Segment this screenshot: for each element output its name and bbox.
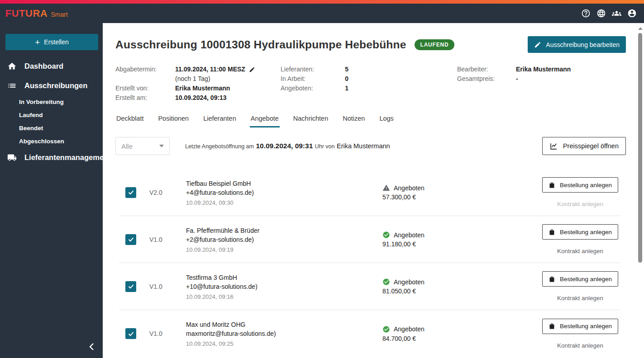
offer-checkbox[interactable] xyxy=(125,281,136,292)
tab-deckblatt[interactable]: Deckblatt xyxy=(115,115,144,127)
suppliers-count-label: Lieferanten: xyxy=(281,65,345,74)
create-button[interactable]: + Erstellen xyxy=(5,34,98,50)
last-opening-middle: Uhr von xyxy=(315,143,335,150)
offer-status-text: Angeboten xyxy=(394,325,425,333)
tab-logs[interactable]: Logs xyxy=(378,115,394,127)
language-globe-icon[interactable] xyxy=(596,9,606,18)
sidebar-collapse-button[interactable] xyxy=(86,341,97,353)
brand-gradient-stripe xyxy=(0,0,644,4)
users-group-icon[interactable] xyxy=(612,9,621,18)
total-price-label: Gesamtpreis: xyxy=(457,74,516,84)
offer-row: V2.0 Tiefbau Beispiel GmbH +4@futura-sol… xyxy=(119,169,620,216)
offered-label: Angeboten: xyxy=(281,84,345,93)
tab-positionen[interactable]: Positionen xyxy=(157,115,190,127)
supplier-name: Testfirma 3 GmbH xyxy=(186,273,382,282)
offer-checkbox[interactable] xyxy=(125,328,136,339)
offer-amount: 84.700,00 € xyxy=(382,335,487,342)
home-icon xyxy=(7,61,17,71)
supplier-email: +10@futura-solutions.de) xyxy=(186,282,382,291)
supplier-email: maxmoritz@futura-solutions.de) xyxy=(186,329,382,338)
created-at-value: 10.09.2024, 09:13 xyxy=(175,93,281,103)
status-badge: LAUFEND xyxy=(415,39,455,50)
chevron-down-icon xyxy=(159,145,164,147)
create-contract-link[interactable]: Kontrakt anlegen xyxy=(557,248,603,254)
offer-version: V2.0 xyxy=(149,189,186,196)
sidebar-subitem-beendet[interactable]: Beendet xyxy=(0,122,103,135)
top-bar: FUTURA Smart xyxy=(0,0,644,23)
offer-amount: 57.300,00 € xyxy=(382,193,487,201)
offer-row: V1.0 Testfirma 3 GmbH +10@futura-solutio… xyxy=(119,263,620,310)
last-opening-info: Letzte Angebotsöffnung am 10.09.2024, 09… xyxy=(185,142,390,150)
last-opening-user: Erika Mustermann xyxy=(337,142,390,150)
in-progress-value: 0 xyxy=(345,74,348,84)
created-at-label: Erstellt am: xyxy=(115,93,175,103)
supplier-name: Max und Moritz OHG xyxy=(186,320,382,329)
edit-tender-button[interactable]: Ausschreibung bearbeiten xyxy=(528,36,626,53)
offer-date: 10.09.2024, 09:16 xyxy=(186,293,382,300)
offer-row: V1.0 Fa. Pfeffermühle & Brüder +2@futura… xyxy=(119,216,620,263)
offer-checkbox[interactable] xyxy=(125,187,136,198)
suppliers-count-value: 5 xyxy=(345,65,348,74)
offer-date: 10.09.2024, 09:19 xyxy=(186,246,382,253)
create-order-button[interactable]: Bestellung anlegen xyxy=(542,177,618,193)
account-icon[interactable] xyxy=(627,9,637,18)
price-comparison-button[interactable]: Preisspiegel öffnen xyxy=(542,137,626,155)
help-icon[interactable] xyxy=(581,9,591,18)
create-order-button-label: Bestellung anlegen xyxy=(560,229,612,236)
tab-angebote[interactable]: Angebote xyxy=(250,115,280,127)
create-contract-link[interactable]: Kontrakt anlegen xyxy=(557,201,603,207)
offers-filter-dropdown[interactable]: Alle xyxy=(115,137,170,155)
deadline-note: (noch 1 Tag) xyxy=(175,74,281,84)
vertical-scrollbar[interactable] xyxy=(637,23,644,358)
create-order-button-label: Bestellung anlegen xyxy=(560,276,612,283)
shopping-bag-icon xyxy=(549,229,555,236)
create-order-button[interactable]: Bestellung anlegen xyxy=(542,271,618,287)
chevron-left-icon xyxy=(86,341,97,352)
offer-amount: 91.180,00 € xyxy=(382,240,487,248)
create-order-button-label: Bestellung anlegen xyxy=(560,323,612,330)
list-icon xyxy=(7,81,17,90)
edit-deadline-icon[interactable] xyxy=(249,66,255,73)
sidebar-item-label: Lieferantenmanagement xyxy=(24,153,111,162)
sidebar-item-lieferantenmanagement[interactable]: Lieferantenmanagement xyxy=(0,148,103,167)
scroll-up-arrow-icon[interactable] xyxy=(638,27,643,30)
sidebar-item-dashboard[interactable]: Dashboard xyxy=(0,57,103,76)
sidebar-subitem-in-vorbereitung[interactable]: In Vorbereitung xyxy=(0,95,103,108)
check-icon xyxy=(128,236,134,243)
sidebar-item-label: Dashboard xyxy=(24,62,63,71)
create-order-button[interactable]: Bestellung anlegen xyxy=(542,224,618,240)
scrollbar-thumb[interactable] xyxy=(638,33,642,263)
shopping-bag-icon xyxy=(549,323,555,330)
offer-row: V1.0 Max und Moritz OHG maxmoritz@futura… xyxy=(119,310,620,357)
offer-status-text: Angeboten xyxy=(394,278,425,286)
sidebar-subitem-abgeschlossen[interactable]: Abgeschlossen xyxy=(0,135,103,148)
truck-icon xyxy=(7,153,17,162)
sidebar-item-label: Ausschreibungen xyxy=(24,81,87,90)
shopping-bag-icon xyxy=(549,182,555,188)
create-contract-link[interactable]: Kontrakt anlegen xyxy=(557,342,603,349)
create-button-label: Erstellen xyxy=(44,38,68,46)
tab-nachrichten[interactable]: Nachrichten xyxy=(292,115,329,127)
create-order-button[interactable]: Bestellung anlegen xyxy=(542,319,618,334)
offer-status-text: Angeboten xyxy=(394,184,425,192)
deadline-value: 11.09.2024, 11:00 MESZ xyxy=(175,65,245,74)
supplier-name: Fa. Pfeffermühle & Brüder xyxy=(186,226,382,235)
pencil-icon xyxy=(534,41,541,48)
tab-lieferanten[interactable]: Lieferanten xyxy=(202,115,237,127)
warning-icon xyxy=(382,184,390,192)
editor-value: Erika Mustermann xyxy=(516,65,571,74)
tab-notizen[interactable]: Notizen xyxy=(342,115,366,127)
create-contract-link[interactable]: Kontrakt anlegen xyxy=(557,295,603,301)
check-circle-icon xyxy=(382,325,390,333)
sidebar-item-ausschreibungen[interactable]: Ausschreibungen xyxy=(0,76,103,95)
offer-status-text: Angeboten xyxy=(394,231,425,239)
plus-icon: + xyxy=(35,38,40,47)
offer-version: V1.0 xyxy=(149,330,186,337)
edit-tender-button-label: Ausschreibung bearbeiten xyxy=(546,41,620,48)
sidebar: + Erstellen Dashboard Ausschreibungen In… xyxy=(0,23,103,358)
created-by-value: Erika Mustermann xyxy=(175,84,281,93)
sidebar-subitem-laufend[interactable]: Laufend xyxy=(0,108,103,122)
check-circle-icon xyxy=(382,231,390,239)
shopping-bag-icon xyxy=(549,276,555,283)
offer-checkbox[interactable] xyxy=(125,234,136,245)
